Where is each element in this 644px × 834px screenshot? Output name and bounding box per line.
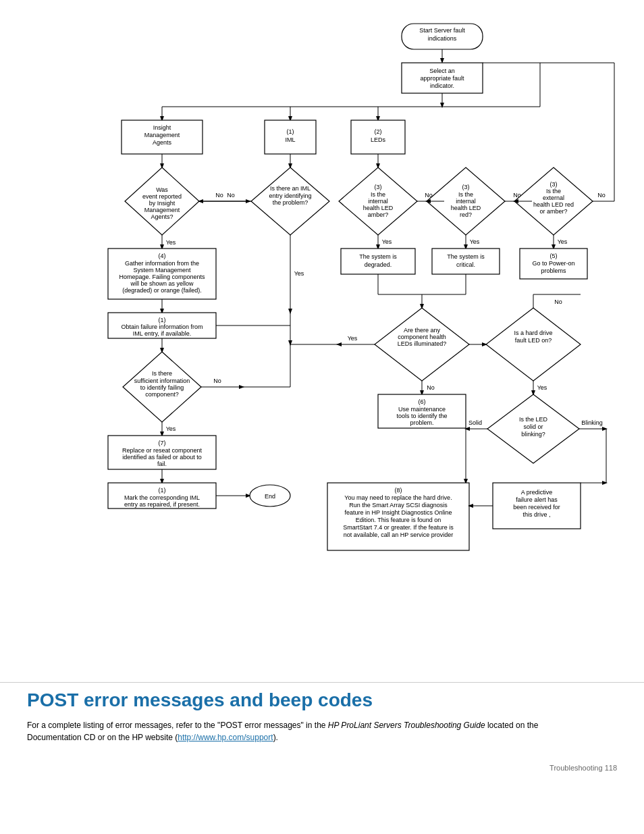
svg-text:No: No <box>427 384 435 391</box>
svg-text:Agents?: Agents? <box>151 213 173 220</box>
svg-text:or amber?: or amber? <box>539 208 567 215</box>
svg-text:indications: indications <box>428 35 457 42</box>
svg-text:(4): (4) <box>159 253 166 259</box>
svg-text:degraded.: degraded. <box>365 261 392 268</box>
svg-text:Yes: Yes <box>470 238 480 245</box>
post-body: For a complete listing of error messages… <box>27 719 567 744</box>
svg-text:to identify failing: to identify failing <box>140 384 184 391</box>
svg-text:Yes: Yes <box>166 239 176 246</box>
svg-text:problem.: problem. <box>410 419 433 426</box>
svg-text:Are there any: Are there any <box>404 327 441 334</box>
svg-text:entry identifying: entry identifying <box>269 192 311 199</box>
svg-text:event reported: event reported <box>142 193 182 200</box>
svg-text:The system is: The system is <box>359 253 397 260</box>
svg-text:Is the: Is the <box>458 191 473 198</box>
svg-text:feature in HP Insight Diagnost: feature in HP Insight Diagnostics Online <box>345 509 452 516</box>
svg-text:Run the Smart Array SCSI diagn: Run the Smart Array SCSI diagnosis <box>349 502 448 509</box>
svg-text:(3): (3) <box>375 184 382 190</box>
svg-text:sufficient information: sufficient information <box>134 377 190 384</box>
svg-text:indicator.: indicator. <box>430 82 454 89</box>
footer-text: Troubleshooting 118 <box>549 764 617 772</box>
svg-text:Edition. This feature is found: Edition. This feature is found on <box>356 517 441 523</box>
svg-text:No: No <box>597 192 606 199</box>
svg-text:(6): (6) <box>419 398 426 405</box>
svg-text:critical.: critical. <box>456 261 475 268</box>
svg-text:LEDs illuminated?: LEDs illuminated? <box>398 340 447 347</box>
svg-text:Was: Was <box>156 186 168 193</box>
post-body-italic: HP ProLiant Servers Troubleshooting Guid… <box>328 721 485 730</box>
svg-text:appropriate fault: appropriate fault <box>420 75 464 82</box>
svg-text:IML entry, if available.: IML entry, if available. <box>133 330 192 337</box>
svg-text:LEDs: LEDs <box>371 136 386 143</box>
post-section: POST error messages and beep codes For a… <box>0 682 644 757</box>
svg-text:not available, call an HP serv: not available, call an HP service provid… <box>344 531 453 538</box>
svg-text:Blinking: Blinking <box>581 419 603 426</box>
svg-text:The system is: The system is <box>447 253 485 260</box>
svg-text:Yes: Yes <box>382 238 392 245</box>
svg-text:Yes: Yes <box>537 384 547 391</box>
svg-text:Go to Power-on: Go to Power-on <box>532 260 574 267</box>
svg-text:(1): (1) <box>287 128 294 135</box>
svg-text:blinking?: blinking? <box>521 431 545 438</box>
svg-text:No: No <box>227 192 235 199</box>
flowchart-area: Start Server fault indications Select an… <box>27 14 621 662</box>
svg-text:failure alert has: failure alert has <box>516 496 558 503</box>
svg-text:(2): (2) <box>375 128 382 135</box>
svg-text:Is the LED: Is the LED <box>519 416 548 423</box>
svg-text:the problem?: the problem? <box>273 199 308 206</box>
svg-text:(1): (1) <box>159 317 166 323</box>
svg-text:Mark the corresponding IML: Mark the corresponding IML <box>124 494 200 501</box>
svg-text:Select an: Select an <box>429 68 455 74</box>
svg-text:health LED red: health LED red <box>533 201 574 208</box>
svg-text:Yes: Yes <box>558 238 568 245</box>
svg-text:fault LED on?: fault LED on? <box>515 337 552 344</box>
svg-text:problems: problems <box>541 267 566 274</box>
svg-text:Is a hard drive: Is a hard drive <box>514 330 552 336</box>
svg-text:SmartStart 7.4 or greater. If : SmartStart 7.4 or greater. If the featur… <box>343 524 454 531</box>
svg-text:Is there an IML: Is there an IML <box>270 185 311 192</box>
svg-text:IML: IML <box>285 136 295 143</box>
svg-text:System Management: System Management <box>133 267 191 273</box>
svg-text:identified as failed or about : identified as failed or about to <box>122 454 202 461</box>
svg-text:Replace or reseat component: Replace or reseat component <box>122 447 203 454</box>
svg-text:No: No <box>213 377 221 384</box>
svg-text:(8): (8) <box>395 487 402 494</box>
svg-text:(degraded) or orange (failed).: (degraded) or orange (failed). <box>122 287 202 294</box>
svg-text:fail.: fail. <box>157 461 167 467</box>
post-body-part3: ). <box>273 733 278 742</box>
svg-text:tools to identify the: tools to identify the <box>396 413 447 419</box>
svg-text:(7): (7) <box>159 440 166 446</box>
svg-text:End: End <box>265 493 275 500</box>
svg-text:(1): (1) <box>159 487 166 494</box>
svg-text:amber?: amber? <box>368 211 389 218</box>
svg-text:external: external <box>543 194 564 201</box>
svg-text:health LED: health LED <box>451 205 481 211</box>
svg-text:No: No <box>554 298 562 305</box>
svg-text:by Insight: by Insight <box>149 200 176 207</box>
svg-text:A predictive: A predictive <box>521 489 553 496</box>
svg-text:component?: component? <box>145 391 179 398</box>
svg-text:Is the: Is the <box>546 188 561 194</box>
svg-text:component health: component health <box>398 334 446 340</box>
svg-text:Agents: Agents <box>153 139 172 146</box>
post-title: POST error messages and beep codes <box>27 689 617 711</box>
svg-text:Is there: Is there <box>152 370 172 377</box>
svg-text:internal: internal <box>456 198 476 205</box>
post-link[interactable]: http://www.hp.com/support <box>178 733 273 742</box>
svg-text:Solid: Solid <box>468 419 482 426</box>
svg-text:No: No <box>215 192 223 199</box>
svg-text:internal: internal <box>368 198 388 205</box>
svg-text:Homepage. Failing components: Homepage. Failing components <box>119 273 205 280</box>
svg-text:will be shown as yellow: will be shown as yellow <box>130 280 194 287</box>
svg-text:red?: red? <box>460 211 472 218</box>
svg-text:Start Server fault: Start Server fault <box>419 27 465 34</box>
svg-text:Management: Management <box>144 207 180 213</box>
svg-text:Insight: Insight <box>153 124 171 131</box>
svg-text:Obtain failure information fro: Obtain failure information from <box>121 323 203 330</box>
svg-text:Gather information from the: Gather information from the <box>125 260 199 267</box>
svg-text:this drive ,: this drive , <box>522 511 550 518</box>
svg-text:been received for: been received for <box>513 504 560 511</box>
svg-text:health LED: health LED <box>363 205 394 211</box>
svg-text:(3): (3) <box>462 184 470 190</box>
svg-text:(5): (5) <box>550 253 558 259</box>
